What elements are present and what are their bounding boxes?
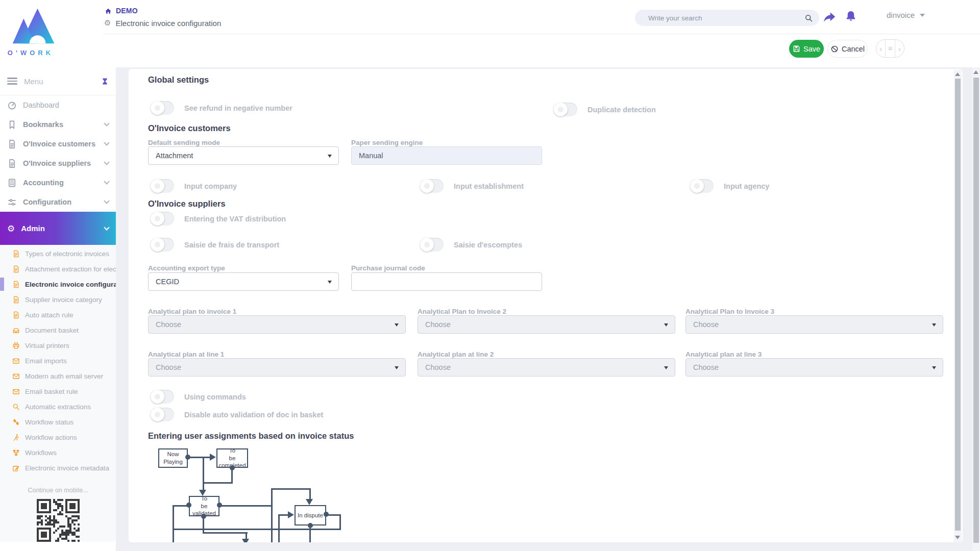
doc-icon [12,281,20,288]
bell-icon[interactable] [845,10,857,23]
chevron-down-icon [328,281,332,284]
sidebar-item-configuration[interactable]: Configuration [0,192,116,212]
purchase-journal-code-input[interactable] [351,272,542,291]
sidebar-item-o-invoice-suppliers[interactable]: O'Invoice suppliers [0,154,116,173]
hourglass-icon[interactable] [101,77,109,86]
outer-scroll-up-icon[interactable] [973,70,978,74]
vat-distribution-toggle[interactable] [151,212,174,226]
save-label: Save [803,45,820,53]
analytical-select-4[interactable]: Choose [148,358,406,377]
share-icon[interactable] [823,11,836,23]
toggle-row-using-commands: Using commands [151,390,246,404]
doc-icon [12,311,20,319]
bookmark-icon [7,120,17,130]
cancel-button[interactable]: Cancel [827,40,868,58]
search-bar[interactable] [635,10,819,26]
admin-item-types-of-electronic-invoices[interactable]: Types of electronic invoices [0,246,116,261]
breadcrumb[interactable]: DEMO [104,7,138,15]
analytical-select-3[interactable]: Choose [685,315,943,334]
escomptes-label: Saisie d'escomptes [454,241,522,249]
paper-sending-engine-input[interactable] [351,146,542,165]
admin-item-supplier-invoice-category[interactable]: Supplier invoice category [0,292,116,307]
envelope-icon [12,357,20,365]
analytical-label-3: Analytical Plan to Invoice 3 [685,308,774,315]
admin-item-auto-attach-rule[interactable]: Auto attach rule [0,307,116,322]
analytical-select-1[interactable]: Choose [148,315,406,334]
duplicate-detection-toggle[interactable] [554,103,577,116]
sidebar-item-o-invoice-customers[interactable]: O'Invoice customers [0,134,116,154]
sidebar-item-label: Configuration [23,198,105,206]
chevron-down-icon [395,366,399,369]
pager-next-button[interactable]: › [895,40,904,57]
workflow-connector-dot [324,512,329,517]
save-button[interactable]: Save [789,40,824,58]
sidebar-item-accounting[interactable]: Accounting [0,173,116,192]
admin-item-workflow-actions[interactable]: Workflow actions [0,430,116,445]
admin-item-electronic-invoice-configuration[interactable]: Electronic invoice configuration [0,277,116,292]
admin-item-email-basket-rule[interactable]: Email basket rule [0,384,116,399]
search-input[interactable] [648,14,804,22]
admin-item-workflow-status[interactable]: Workflow status [0,414,116,430]
analytical-label-2: Analytical Plan to Invoice 2 [418,308,506,315]
pager-prev-button[interactable]: ‹ [876,40,885,57]
outer-scrollbar-thumb[interactable] [973,78,979,543]
admin-item-label: Email basket rule [25,388,78,395]
input-agency-toggle[interactable] [690,179,714,193]
admin-item-virtual-printers[interactable]: Virtual printers [0,338,116,353]
admin-item-label: Attachment extraction for electron [25,265,116,273]
sidebar-menu-toggle[interactable]: Menu [0,67,116,95]
inner-scroll-up-icon[interactable] [955,72,960,76]
chevron-down-icon [395,323,399,327]
admin-label: Admin [21,224,105,233]
analytical-select-2[interactable]: Choose [418,315,675,334]
sliders-icon [7,197,17,207]
using-commands-label: Using commands [184,393,246,401]
section-title-customers: O'Invoice customers [148,123,231,133]
workflow-connector [203,457,204,491]
record-pager: ‹ ≡ › [876,39,904,58]
sidebar-item-bookmarks[interactable]: Bookmarks [0,115,116,134]
analytical-select-6[interactable]: Choose [685,358,943,377]
accounting-export-type-select[interactable]: CEGID [148,272,339,291]
input-company-toggle[interactable] [151,179,174,193]
input-establishment-toggle[interactable] [420,179,444,193]
toggle-row-vat: Entering the VAT distribution [151,212,286,226]
workflow-connector [203,482,233,484]
admin-item-workflows[interactable]: Workflows [0,445,116,460]
disable-auto-validation-toggle[interactable] [151,408,174,421]
search-icon[interactable] [804,14,813,22]
workflow-arrowhead [199,490,206,496]
chevron-down-icon [664,323,668,327]
toggle-row-duplicate: Duplicate detection [554,103,656,116]
admin-item-electronic-invoice-metadata[interactable]: Electronic invoice metadata [0,460,116,475]
ban-icon [830,45,839,53]
file-icon [7,159,17,168]
chevron-down-icon [932,366,936,369]
using-commands-toggle[interactable] [151,390,174,404]
default-sending-mode-select[interactable]: Attachment [148,146,339,165]
admin-item-modern-auth-email-server[interactable]: Modern auth email server [0,368,116,384]
admin-item-email-imports[interactable]: Email imports [0,353,116,368]
admin-item-label: Workflows [25,449,57,457]
escomptes-toggle[interactable] [420,238,444,252]
admin-item-document-basket[interactable]: Document basket [0,322,116,338]
input-agency-label: Input agency [724,182,769,190]
main-content: Global settings See refund in negative n… [116,67,980,551]
frais-transport-toggle[interactable] [151,238,174,252]
inner-scroll-down-icon[interactable] [955,536,960,539]
breadcrumb-home-label: DEMO [116,7,138,15]
inner-scrollbar-thumb[interactable] [955,79,961,531]
sidebar-item-label: Accounting [23,179,105,187]
sidebar-item-dashboard[interactable]: Dashboard [0,95,116,115]
sidebar-item-admin[interactable]: ⚙ Admin [0,212,116,245]
see-refund-toggle[interactable] [151,101,174,115]
user-menu[interactable]: dinvoice [887,11,925,19]
accounting-export-type-label: Accounting export type [148,264,225,272]
analytical-select-value: Choose [693,363,719,371]
pager-list-button[interactable]: ≡ [885,40,895,57]
analytical-select-5[interactable]: Choose [418,358,675,377]
admin-item-attachment-extraction-for-electron[interactable]: Attachment extraction for electron [0,261,116,277]
vat-distribution-label: Entering the VAT distribution [184,215,286,223]
analytical-label-6: Analytical plan at line 3 [685,350,762,358]
admin-item-automatic-extractions[interactable]: Automatic extractions [0,399,116,414]
